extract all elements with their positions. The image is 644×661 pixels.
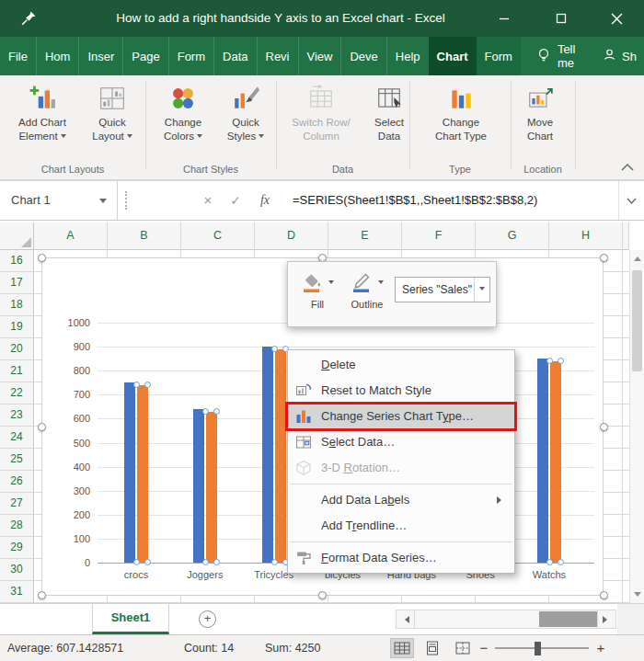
ribbon-tab-chart[interactable]: Chart [429, 37, 477, 75]
select-all-button[interactable] [0, 222, 34, 250]
page-break-view-icon[interactable] [451, 638, 475, 658]
scroll-down-icon[interactable] [630, 589, 644, 603]
horizontal-scroll-thumb[interactable] [539, 611, 598, 627]
bar-Tricycles-series2[interactable] [275, 349, 286, 563]
chart-element-selector[interactable]: Series "Sales" [395, 277, 490, 302]
bar-Watchs-series2[interactable] [550, 361, 561, 563]
bar-Watchs-series1[interactable] [537, 359, 548, 563]
column-header-G[interactable]: G [476, 222, 549, 250]
column-header-F[interactable]: F [402, 222, 476, 250]
fill-button[interactable]: Fill [295, 268, 339, 323]
move-chart-button[interactable]: Move Chart [512, 81, 569, 160]
menu-item-format-data-series[interactable]: Format Data Series… [288, 545, 514, 571]
column-header-C[interactable]: C [181, 222, 255, 250]
chart-selection-handle[interactable] [600, 423, 608, 431]
vertical-scrollbar[interactable] [629, 250, 644, 603]
row-header-17[interactable]: 17 [0, 272, 33, 294]
row-header-23[interactable]: 23 [0, 405, 33, 427]
menu-item-add-data-labels[interactable]: Add Data Labels [288, 487, 514, 513]
scroll-right-icon[interactable] [597, 610, 615, 628]
row-header-31[interactable]: 31 [0, 581, 33, 603]
change-chart-type-button[interactable]: Change Chart Type [419, 81, 503, 160]
close-button[interactable] [596, 0, 637, 37]
row-header-16[interactable]: 16 [0, 250, 33, 272]
menu-item-select-data[interactable]: Select Data… [288, 429, 514, 455]
zoom-slider-thumb[interactable] [535, 642, 541, 655]
ribbon-tab-view[interactable]: View [298, 37, 341, 75]
ribbon-tab-inser[interactable]: Inser [78, 37, 122, 75]
zoom-out-button[interactable]: − [477, 635, 490, 661]
quick-styles-button[interactable]: Quick Styles [217, 81, 274, 160]
menu-item-reset-to-match-style[interactable]: Reset to Match Style [288, 378, 514, 404]
chart-selection-handle[interactable] [600, 591, 608, 599]
ribbon-tab-help[interactable]: Help [386, 37, 429, 75]
formula-bar-expand-button[interactable] [618, 181, 644, 220]
formula-input[interactable]: =SERIES(Sheet1!$B$1,,Sheet1!$B$2:$B$8,2) [293, 181, 616, 220]
add-sheet-button[interactable]: + [199, 610, 216, 628]
share-button[interactable]: Sh [594, 37, 644, 75]
ribbon-tab-hom[interactable]: Hom [36, 37, 78, 75]
enter-icon[interactable]: ✓ [223, 181, 248, 220]
ribbon-tab-file[interactable]: File [0, 37, 36, 75]
row-header-18[interactable]: 18 [0, 294, 33, 316]
select-data-button[interactable]: Select Data [366, 81, 412, 160]
row-header-30[interactable]: 30 [0, 559, 33, 581]
outline-button[interactable]: Outline [345, 268, 389, 323]
name-box-caret-icon[interactable] [99, 199, 107, 207]
ribbon-tab-data[interactable]: Data [213, 37, 256, 75]
ribbon-tab-revi[interactable]: Revi [257, 37, 298, 75]
maximize-button[interactable] [541, 0, 581, 37]
collapse-ribbon-icon[interactable] [620, 161, 635, 172]
ribbon-tab-page[interactable]: Page [122, 37, 167, 75]
row-header-21[interactable]: 21 [0, 360, 33, 382]
dropdown-caret-icon[interactable] [474, 278, 489, 302]
row-header-24[interactable]: 24 [0, 427, 33, 449]
bar-Tricycles-series1[interactable] [262, 347, 273, 563]
tell-me[interactable]: Tell me [526, 37, 594, 75]
chart-selection-handle[interactable] [318, 591, 327, 599]
menu-item-change-series-chart-type[interactable]: Change Series Chart Type… [288, 404, 514, 429]
zoom-in-button[interactable]: + [594, 635, 607, 661]
bar-Joggers-series2[interactable] [206, 412, 217, 563]
zoom-slider-track[interactable] [495, 647, 589, 649]
ribbon-tab-form[interactable]: Form [168, 37, 213, 75]
scroll-up-icon[interactable] [630, 250, 644, 264]
ribbon-tab-form[interactable]: Form [477, 37, 521, 75]
chart-selection-handle[interactable] [38, 254, 46, 262]
column-header-A[interactable]: A [34, 222, 108, 250]
menu-item-delete[interactable]: Delete [288, 352, 514, 378]
bar-crocs-series1[interactable] [124, 382, 135, 563]
chart-selection-handle[interactable] [600, 254, 608, 262]
quick-layout-button[interactable]: Quick Layout [82, 81, 143, 160]
row-header-28[interactable]: 28 [0, 515, 33, 537]
page-layout-view-icon[interactable] [420, 638, 444, 658]
ribbon-tab-deve[interactable]: Deve [340, 37, 385, 75]
scroll-left-icon[interactable] [397, 610, 415, 628]
sheet-tab-sheet1[interactable]: Sheet1 [92, 604, 169, 634]
row-header-22[interactable]: 22 [0, 382, 33, 405]
button-label: Layout [92, 131, 124, 142]
column-header-D[interactable]: D [255, 222, 328, 250]
column-header-E[interactable]: E [328, 222, 402, 250]
row-header-26[interactable]: 26 [0, 471, 33, 493]
normal-view-icon[interactable] [390, 638, 414, 658]
insert-function-icon[interactable]: fx [252, 181, 278, 220]
row-header-27[interactable]: 27 [0, 493, 33, 515]
row-header-29[interactable]: 29 [0, 537, 33, 559]
bar-crocs-series2[interactable] [137, 385, 148, 563]
row-header-25[interactable]: 25 [0, 449, 33, 471]
column-header-H[interactable]: H [549, 222, 623, 250]
minimize-button[interactable] [484, 0, 524, 37]
horizontal-scrollbar[interactable] [396, 610, 616, 629]
bar-Joggers-series1[interactable] [193, 409, 204, 563]
row-header-19[interactable]: 19 [0, 316, 33, 338]
menu-item-add-trendline[interactable]: Add Trendline… [288, 513, 514, 539]
change-colors-button[interactable]: Change Colors [151, 81, 215, 160]
column-header-B[interactable]: B [108, 222, 181, 250]
row-header-20[interactable]: 20 [0, 338, 33, 360]
vertical-scroll-thumb[interactable] [632, 270, 642, 371]
cancel-icon[interactable]: × [195, 181, 221, 220]
add-chart-element-button[interactable]: Add Chart Element [6, 81, 79, 160]
chart-selection-handle[interactable] [38, 423, 46, 431]
chart-selection-handle[interactable] [38, 591, 46, 599]
